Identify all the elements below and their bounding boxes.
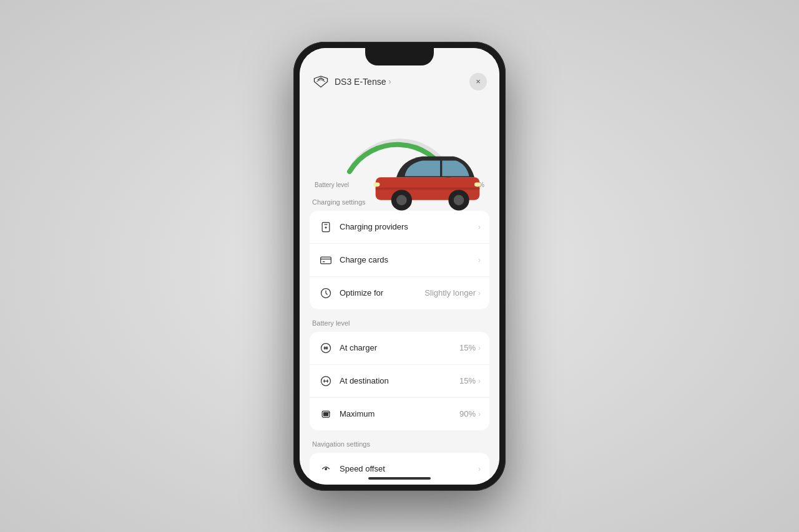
battery-level-title: Battery level bbox=[310, 319, 489, 327]
close-icon: × bbox=[476, 77, 481, 86]
charging-providers-chevron-icon: › bbox=[478, 223, 481, 231]
charge-cards-item[interactable]: Charge cards › bbox=[310, 244, 489, 277]
charging-settings-card: Charging providers › Charge cards bbox=[310, 211, 489, 309]
app-screen: DS3 E-Tense › × bbox=[300, 48, 499, 485]
maximum-chevron-icon: › bbox=[478, 410, 481, 418]
battery-section: Battery level 92% bbox=[300, 97, 499, 188]
phone-frame: DS3 E-Tense › × bbox=[293, 42, 506, 491]
at-charger-value: 15% bbox=[459, 343, 476, 352]
maximum-label: Maximum bbox=[340, 409, 459, 418]
at-charger-label: At charger bbox=[340, 343, 459, 352]
speed-offset-chevron-icon: › bbox=[478, 465, 481, 473]
at-destination-chevron-icon: › bbox=[478, 377, 481, 385]
charge-cards-label: Charge cards bbox=[340, 255, 478, 264]
charging-providers-label: Charging providers bbox=[340, 222, 478, 231]
maximum-icon bbox=[318, 407, 333, 422]
optimize-icon bbox=[318, 286, 333, 301]
at-charger-icon bbox=[318, 341, 333, 355]
optimize-for-label: Optimize for bbox=[340, 288, 424, 297]
svg-point-4 bbox=[454, 195, 464, 205]
settings-container: Charging settings Charging provi bbox=[300, 188, 499, 485]
svg-point-2 bbox=[396, 195, 407, 205]
charging-providers-item[interactable]: Charging providers › bbox=[310, 211, 489, 244]
svg-rect-14 bbox=[323, 412, 328, 416]
ds-logo-icon bbox=[312, 73, 330, 90]
svg-rect-9 bbox=[321, 257, 331, 264]
charging-providers-icon bbox=[318, 220, 333, 235]
maximum-value: 90% bbox=[459, 409, 476, 418]
phone-screen: DS3 E-Tense › × bbox=[300, 48, 499, 485]
battery-level-card: At charger 15% › At des bbox=[310, 332, 489, 430]
home-indicator bbox=[368, 477, 431, 480]
optimize-for-value: Slightly longer bbox=[424, 288, 476, 297]
svg-rect-6 bbox=[373, 182, 380, 186]
car-image bbox=[365, 137, 434, 178]
at-charger-chevron-icon: › bbox=[478, 344, 481, 352]
battery-arc-container bbox=[337, 103, 462, 178]
charge-cards-icon bbox=[318, 253, 333, 268]
optimize-for-chevron-icon: › bbox=[478, 289, 481, 297]
at-destination-icon bbox=[318, 374, 333, 389]
car-title-chevron-icon: › bbox=[388, 77, 391, 86]
charge-cards-chevron-icon: › bbox=[478, 256, 481, 264]
svg-point-11 bbox=[321, 343, 331, 352]
close-button[interactable]: × bbox=[469, 73, 487, 90]
svg-rect-5 bbox=[474, 182, 481, 186]
optimize-for-item[interactable]: Optimize for Slightly longer › bbox=[310, 277, 489, 309]
speed-offset-icon bbox=[318, 462, 333, 476]
header-left: DS3 E-Tense › bbox=[312, 73, 391, 90]
svg-rect-7 bbox=[376, 187, 480, 189]
car-title[interactable]: DS3 E-Tense › bbox=[335, 77, 391, 87]
car-name-text: DS3 E-Tense bbox=[335, 77, 386, 87]
at-charger-item[interactable]: At charger 15% › bbox=[310, 332, 489, 365]
at-destination-label: At destination bbox=[340, 376, 459, 385]
navigation-settings-title: Navigation settings bbox=[310, 440, 489, 448]
at-destination-item[interactable]: At destination 15% › bbox=[310, 365, 489, 398]
phone-notch bbox=[365, 48, 434, 65]
navigation-settings-card: Speed offset › bbox=[310, 453, 489, 485]
battery-level-label: Battery level bbox=[315, 181, 349, 188]
speed-offset-item[interactable]: Speed offset › bbox=[310, 453, 489, 485]
at-destination-value: 15% bbox=[459, 376, 476, 385]
svg-point-15 bbox=[325, 468, 327, 470]
maximum-item[interactable]: Maximum 90% › bbox=[310, 398, 489, 430]
speed-offset-label: Speed offset bbox=[340, 464, 478, 473]
